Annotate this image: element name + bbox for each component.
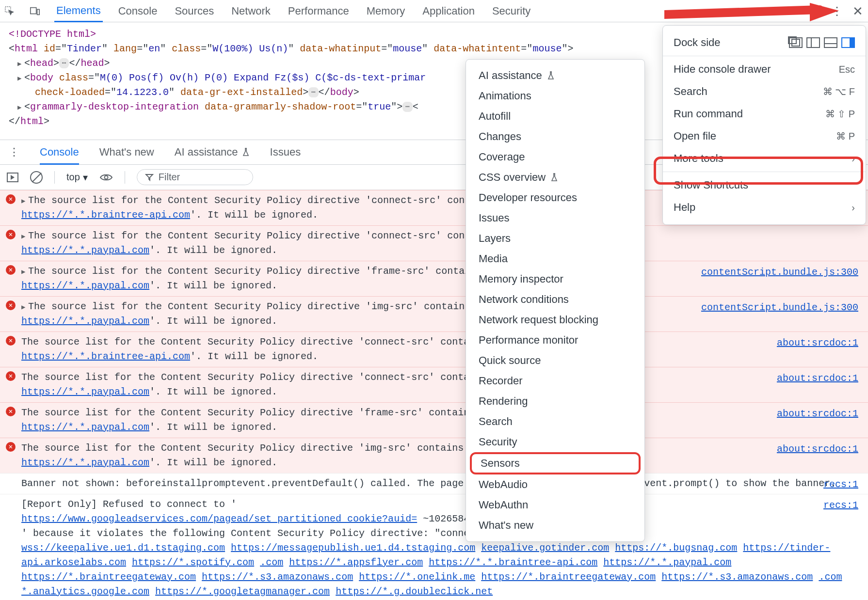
tab-memory[interactable]: Memory xyxy=(365,1,407,21)
search-row[interactable]: Search⌘ ⌥ F xyxy=(663,80,866,103)
url-link[interactable]: https://*.braintreegateway.com xyxy=(481,571,656,583)
expand-icon[interactable]: ▶ xyxy=(21,232,28,242)
source-location-link[interactable]: recs:1 xyxy=(823,477,858,492)
url-link[interactable]: https://*.googletagmanager.com xyxy=(155,586,330,597)
submenu-item-memory-inspector[interactable]: Memory inspector xyxy=(466,269,644,289)
source-location-link[interactable]: about:srcdoc:1 xyxy=(777,371,858,386)
submenu-item-what's-new[interactable]: What's new xyxy=(466,515,644,536)
submenu-item-ai-assistance[interactable]: AI assistance xyxy=(466,65,644,86)
url-link[interactable]: https://*.g.doubleclick.net xyxy=(336,586,493,597)
submenu-item-changes[interactable]: Changes xyxy=(466,126,644,147)
hide-drawer-row[interactable]: Hide console drawerEsc xyxy=(663,58,866,80)
tab-console[interactable]: Console xyxy=(116,1,160,21)
show-sidebar-icon[interactable] xyxy=(7,173,18,182)
submenu-item-media[interactable]: Media xyxy=(466,249,644,269)
console-error-row[interactable]: ✕The source list for the Content Securit… xyxy=(0,332,868,367)
source-location-link[interactable]: about:srcdoc:1 xyxy=(777,442,858,457)
expand-icon[interactable]: ▶ xyxy=(21,196,28,206)
device-toolbar-icon[interactable] xyxy=(29,5,41,17)
source-location-link[interactable]: contentScript.bundle.js:300 xyxy=(701,300,858,315)
url-link[interactable]: .com xyxy=(260,557,283,568)
url-link[interactable]: keepalive.gotinder.com xyxy=(481,542,609,553)
url-link[interactable]: https://*.braintreegateway.com xyxy=(21,571,196,583)
console-error-row[interactable]: ✕The source list for the Content Securit… xyxy=(0,402,868,438)
url-link[interactable]: *.analytics.google.com xyxy=(21,586,149,597)
url-link[interactable]: https://*.appsflyer.com xyxy=(289,557,423,568)
url-link[interactable]: https://*.onelink.me xyxy=(359,571,475,583)
submenu-item-performance-monitor[interactable]: Performance monitor xyxy=(466,330,644,350)
source-link[interactable]: https://*.*.paypal.com xyxy=(21,422,149,433)
clear-console-icon[interactable] xyxy=(30,171,43,184)
dock-undock-icon[interactable] xyxy=(789,37,803,48)
dock-right-icon[interactable] xyxy=(841,37,855,48)
source-link[interactable]: https://*.*.braintree-api.com xyxy=(21,209,190,221)
source-link[interactable]: https://*.*.paypal.com xyxy=(21,386,149,397)
url-link[interactable]: https://*.bugsnag.com xyxy=(615,542,737,553)
url-link[interactable]: https://www.googleadservices.com/pagead/… xyxy=(21,513,417,524)
expand-icon[interactable]: ▶ xyxy=(21,267,28,277)
url-link[interactable]: wss://keepalive.ue1.d1.tstaging.com xyxy=(21,542,225,553)
help-row[interactable]: Help› xyxy=(663,196,866,219)
console-error-row[interactable]: ✕▶ The source list for the Content Secur… xyxy=(0,296,868,332)
submenu-item-autofill[interactable]: Autofill xyxy=(466,106,644,126)
submenu-item-developer-resources[interactable]: Developer resources xyxy=(466,188,644,208)
filter-input[interactable]: Filter xyxy=(137,169,253,185)
submenu-item-layers[interactable]: Layers xyxy=(466,228,644,249)
drawer-kebab-icon[interactable]: ⋮ xyxy=(9,146,19,158)
drawer-tab-issues[interactable]: Issues xyxy=(270,146,301,158)
submenu-item-webaudio[interactable]: WebAudio xyxy=(466,474,644,495)
submenu-item-recorder[interactable]: Recorder xyxy=(466,371,644,391)
run-command-row[interactable]: Run command⌘ ⇧ P xyxy=(663,103,866,125)
tab-security[interactable]: Security xyxy=(490,1,532,21)
source-location-link[interactable]: about:srcdoc:1 xyxy=(777,336,858,350)
console-error-row[interactable]: ✕▶ The source list for the Content Secur… xyxy=(0,225,868,261)
console-error-row[interactable]: ✕The source list for the Content Securit… xyxy=(0,367,868,402)
source-link[interactable]: https://*.*.paypal.com xyxy=(21,316,149,327)
source-link[interactable]: https://*.*.braintree-api.com xyxy=(21,351,190,362)
console-error-row[interactable]: ✕▶ The source list for the Content Secur… xyxy=(0,261,868,296)
submenu-item-quick-source[interactable]: Quick source xyxy=(466,350,644,371)
dock-bottom-icon[interactable] xyxy=(824,37,837,48)
eye-icon[interactable] xyxy=(99,173,113,182)
url-link[interactable]: https://messagepublish.ue1.d4.tstaging.c… xyxy=(231,542,475,553)
source-location-link[interactable]: contentScript.bundle.js:300 xyxy=(701,265,858,280)
tab-performance[interactable]: Performance xyxy=(286,1,351,21)
submenu-item-animations[interactable]: Animations xyxy=(466,86,644,106)
console-error-row[interactable]: ✕The source list for the Content Securit… xyxy=(0,438,868,473)
tab-network[interactable]: Network xyxy=(229,1,273,21)
submenu-item-rendering[interactable]: Rendering xyxy=(466,391,644,411)
tab-elements[interactable]: Elements xyxy=(54,0,103,22)
url-link[interactable]: https://*.spotify.com xyxy=(132,557,254,568)
expand-icon[interactable]: ▶ xyxy=(21,302,28,313)
console-log-row[interactable]: Banner not shown: beforeinstallprompteve… xyxy=(0,473,868,494)
url-link[interactable]: .com xyxy=(819,571,842,583)
source-link[interactable]: https://*.*.paypal.com xyxy=(21,457,149,468)
url-link[interactable]: https://*.*.paypal.com xyxy=(603,557,731,568)
open-file-row[interactable]: Open file⌘ P xyxy=(663,125,866,147)
submenu-item-css-overview[interactable]: CSS overview xyxy=(466,167,644,188)
submenu-item-security[interactable]: Security xyxy=(466,432,644,452)
inspect-icon[interactable] xyxy=(4,5,16,17)
url-link[interactable]: https://*.s3.amazonaws.com xyxy=(661,571,813,583)
submenu-item-coverage[interactable]: Coverage xyxy=(466,147,644,167)
submenu-item-search[interactable]: Search xyxy=(466,411,644,432)
tab-application[interactable]: Application xyxy=(420,1,477,21)
drawer-tab-ai[interactable]: AI assistance xyxy=(175,146,250,158)
source-link[interactable]: https://*.*.paypal.com xyxy=(21,280,149,291)
source-location-link[interactable]: about:srcdoc:1 xyxy=(777,407,858,421)
submenu-item-network-conditions[interactable]: Network conditions xyxy=(466,289,644,310)
source-location-link[interactable]: recs:1 xyxy=(823,498,858,513)
submenu-item-webauthn[interactable]: WebAuthn xyxy=(466,495,644,515)
url-link[interactable]: https://*.*.braintree-api.com xyxy=(429,557,597,568)
context-selector[interactable]: top ▾ xyxy=(66,172,88,183)
close-icon[interactable]: ✕ xyxy=(852,4,863,19)
drawer-tab-whatsnew[interactable]: What's new xyxy=(99,146,154,158)
dock-left-icon[interactable] xyxy=(806,37,820,48)
submenu-item-sensors[interactable]: Sensors xyxy=(470,452,641,474)
drawer-tab-console[interactable]: Console xyxy=(40,146,79,165)
tab-sources[interactable]: Sources xyxy=(173,1,216,21)
submenu-item-issues[interactable]: Issues xyxy=(466,208,644,228)
submenu-item-network-request-blocking[interactable]: Network request blocking xyxy=(466,310,644,330)
url-link[interactable]: https://*.s3.amazonaws.com xyxy=(202,571,353,583)
source-link[interactable]: https://*.*.paypal.com xyxy=(21,245,149,256)
